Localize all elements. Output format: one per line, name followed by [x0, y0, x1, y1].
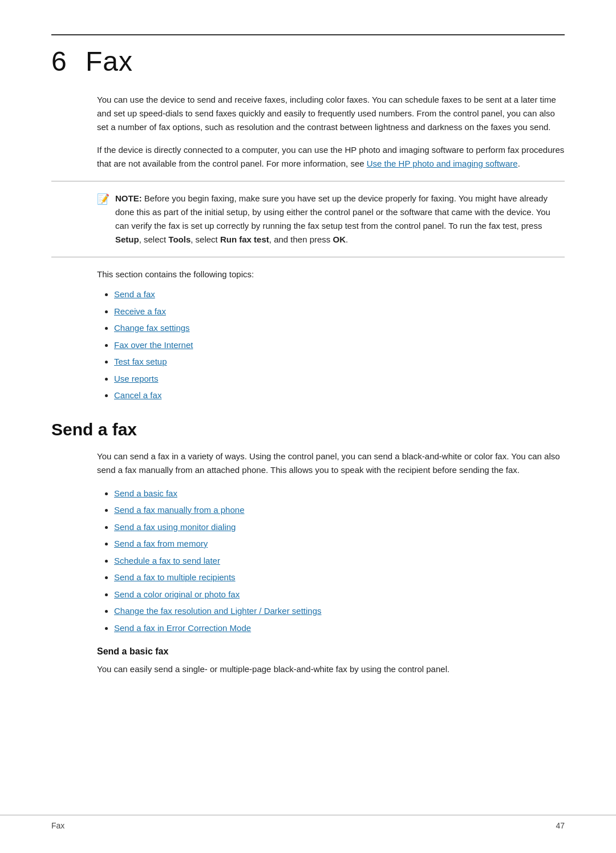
list-item: Receive a fax	[114, 304, 565, 319]
intro-paragraph-2: If the device is directly connected to a…	[97, 143, 565, 171]
note-text3: , select	[191, 235, 220, 244]
note-bold-ok: OK	[333, 235, 346, 244]
chapter-number: 6	[51, 46, 67, 76]
intro-paragraph-1: You can use the device to send and recei…	[97, 93, 565, 134]
list-item: Schedule a fax to send later	[114, 553, 565, 568]
topic-link-fax-internet[interactable]: Fax over the Internet	[114, 340, 193, 350]
note-text2: , select	[139, 235, 169, 244]
topic-link-test-setup[interactable]: Test fax setup	[114, 357, 167, 366]
note-text4: , and then press	[269, 235, 333, 244]
send-fax-heading: Send a fax	[51, 420, 565, 439]
list-item: Change fax settings	[114, 321, 565, 335]
list-item: Fax over the Internet	[114, 338, 565, 353]
page-footer: Fax 47	[0, 815, 616, 830]
note-text: NOTE: Before you begin faxing, make sure…	[115, 192, 565, 246]
divider-2	[51, 257, 565, 257]
footer-page-number: 47	[556, 821, 565, 830]
topic-link-use-reports[interactable]: Use reports	[114, 374, 159, 383]
list-item: Send a fax using monitor dialing	[114, 520, 565, 535]
note-bold-setup: Setup	[115, 235, 139, 244]
subtopic-manual-phone[interactable]: Send a fax manually from a phone	[114, 505, 244, 515]
send-fax-intro: You can send a fax in a variety of ways.…	[97, 450, 565, 477]
topics-intro: This section contains the following topi…	[97, 268, 565, 281]
list-item: Send a fax to multiple recipients	[114, 570, 565, 585]
subtopic-schedule-later[interactable]: Schedule a fax to send later	[114, 556, 220, 565]
note-box: 📝 NOTE: Before you begin faxing, make su…	[97, 192, 565, 246]
list-item: Send a basic fax	[114, 486, 565, 501]
list-item: Test fax setup	[114, 354, 565, 369]
list-item: Change the fax resolution and Lighter / …	[114, 604, 565, 618]
topic-link-change-settings[interactable]: Change fax settings	[114, 323, 190, 333]
topic-link-cancel-fax[interactable]: Cancel a fax	[114, 390, 161, 400]
note-text5: .	[346, 235, 348, 244]
subtopic-error-correction[interactable]: Send a fax in Error Correction Mode	[114, 623, 251, 633]
list-item: Cancel a fax	[114, 388, 565, 403]
note-bold-runfax: Run fax test	[220, 235, 269, 244]
subtopic-basic-fax[interactable]: Send a basic fax	[114, 488, 177, 498]
list-item: Use reports	[114, 371, 565, 386]
topic-link-receive-fax[interactable]: Receive a fax	[114, 306, 166, 316]
chapter-header: 6 Fax	[51, 34, 565, 77]
footer-chapter-label: Fax	[51, 821, 64, 830]
list-item: Send a fax	[114, 287, 565, 302]
chapter-name: Fax	[86, 46, 133, 76]
list-item: Send a color original or photo fax	[114, 587, 565, 602]
subtopic-from-memory[interactable]: Send a fax from memory	[114, 539, 208, 548]
topics-list: Send a fax Receive a fax Change fax sett…	[114, 287, 565, 403]
note-icon: 📝	[97, 193, 110, 205]
send-fax-subtopics: Send a basic fax Send a fax manually fro…	[114, 486, 565, 636]
divider-1	[51, 181, 565, 181]
intro-p2-end: .	[518, 159, 520, 168]
subtopic-resolution-settings[interactable]: Change the fax resolution and Lighter / …	[114, 606, 322, 616]
send-basic-fax-text: You can easily send a single- or multipl…	[97, 662, 565, 676]
topic-link-send-fax[interactable]: Send a fax	[114, 289, 155, 299]
note-label: NOTE:	[115, 193, 142, 203]
note-bold-tools: Tools	[168, 235, 191, 244]
list-item: Send a fax from memory	[114, 536, 565, 551]
subtopic-multiple-recipients[interactable]: Send a fax to multiple recipients	[114, 572, 236, 582]
list-item: Send a fax manually from a phone	[114, 503, 565, 518]
subtopic-monitor-dialing[interactable]: Send a fax using monitor dialing	[114, 522, 236, 532]
send-basic-fax-heading: Send a basic fax	[97, 646, 565, 657]
chapter-title: 6 Fax	[51, 46, 565, 77]
note-body-text: Before you begin faxing, make sure you h…	[115, 193, 550, 231]
list-item: Send a fax in Error Correction Mode	[114, 621, 565, 636]
subtopic-color-photo[interactable]: Send a color original or photo fax	[114, 589, 240, 599]
hp-software-link[interactable]: Use the HP photo and imaging software	[367, 159, 518, 168]
